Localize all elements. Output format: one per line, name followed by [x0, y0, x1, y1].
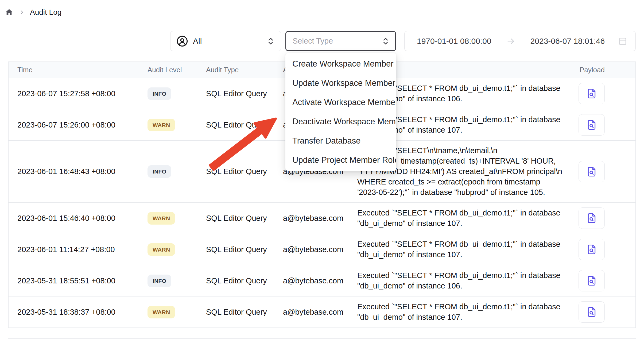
audit-log-page: Audit Log All Select Type 1970-01-01 08:… — [0, 0, 644, 339]
table-row: 2023-06-01 11:14:27 +08:00 WARN SQL Edit… — [9, 234, 635, 265]
audit-level-badge: INFO — [148, 87, 171, 100]
cell-time: 2023-06-01 15:46:40 +08:00 — [9, 214, 148, 223]
cell-time: 2023-06-01 11:14:27 +08:00 — [9, 245, 148, 254]
cell-payload — [571, 207, 635, 229]
dropdown-option-update-project-member[interactable]: Update Project Member Role — [285, 151, 396, 170]
cell-comment: Executed `"SELECT * FROM db_ui_demo.t1;"… — [357, 302, 571, 322]
chevrons-up-down-icon — [266, 37, 275, 45]
cell-audit-type: SQL Editor Query — [206, 276, 283, 285]
cell-audit-level: INFO — [148, 87, 206, 100]
view-payload-button[interactable] — [579, 83, 605, 104]
cell-payload — [571, 161, 635, 182]
cell-actor: a@bytebase.com — [283, 245, 357, 254]
cell-comment: Executed `"SELECT * FROM db_ui_demo.t1;"… — [357, 208, 571, 229]
cell-audit-type: SQL Editor Query — [206, 308, 283, 317]
cell-time: 2023-05-31 18:38:37 +08:00 — [9, 308, 148, 317]
type-dropdown-menu: Create Workspace Member Update Workspace… — [285, 53, 396, 171]
dropdown-option-deactivate-workspace-member[interactable]: Deactivate Workspace Member — [285, 112, 396, 131]
audit-level-badge: WARN — [148, 243, 175, 256]
breadcrumb: Audit Log — [5, 7, 61, 18]
dropdown-option-update-workspace-member[interactable]: Update Workspace Member Role — [285, 74, 396, 93]
cell-time: 2023-06-07 15:27:58 +08:00 — [9, 89, 148, 98]
cell-audit-type: SQL Editor Query — [206, 89, 283, 98]
dropdown-option-transfer-database[interactable]: Transfer Database — [285, 131, 396, 151]
table-row: 2023-05-31 18:38:37 +08:00 WARN SQL Edit… — [9, 296, 635, 328]
cell-payload — [571, 239, 635, 260]
cell-time: 2023-06-07 15:26:00 +08:00 — [9, 121, 148, 129]
arrow-right-icon — [506, 37, 515, 46]
file-search-icon — [586, 88, 598, 99]
view-payload-button[interactable] — [579, 114, 605, 136]
home-icon[interactable] — [5, 8, 13, 17]
table-row: 2023-06-01 15:46:40 +08:00 WARN SQL Edit… — [9, 203, 635, 234]
date-range-start[interactable]: 1970-01-01 08:00:00 — [417, 37, 491, 46]
view-payload-button[interactable] — [579, 239, 605, 260]
cell-audit-type: SQL Editor Query — [206, 214, 283, 223]
cell-audit-level: WARN — [148, 119, 206, 131]
cell-audit-level: WARN — [148, 243, 206, 256]
audit-level-badge: INFO — [148, 275, 171, 287]
cell-audit-level: WARN — [148, 306, 206, 318]
type-filter-select[interactable]: Select Type — [285, 31, 396, 51]
cell-audit-type: SQL Editor Query — [206, 245, 283, 254]
date-range-picker[interactable]: 1970-01-01 08:00:00 2023-06-07 18:01:46 — [404, 31, 636, 51]
cell-payload — [571, 83, 635, 104]
file-search-icon — [586, 212, 598, 224]
column-header-time: Time — [9, 66, 148, 74]
date-range-end[interactable]: 2023-06-07 18:01:46 — [530, 37, 605, 46]
cell-comment: Executed `"SELECT * FROM db_ui_demo.t1;"… — [357, 270, 571, 291]
file-search-icon — [586, 119, 598, 131]
dropdown-option-create-workspace-member[interactable]: Create Workspace Member — [285, 54, 396, 74]
cell-time: 2023-05-31 18:55:51 +08:00 — [9, 276, 148, 285]
cell-actor: a@bytebase.com — [283, 214, 357, 223]
dropdown-option-activate-workspace-member[interactable]: Activate Workspace Member — [285, 93, 396, 112]
cell-audit-type: SQL Editor Query — [206, 121, 283, 129]
cell-audit-level: INFO — [148, 165, 206, 178]
file-search-icon — [586, 244, 598, 255]
file-search-icon — [586, 166, 598, 178]
cell-payload — [571, 301, 635, 323]
cell-comment: Executed `"SELECT * FROM db_ui_demo.t1;"… — [357, 239, 571, 260]
file-search-icon — [586, 306, 598, 318]
cell-actor: a@bytebase.com — [283, 308, 357, 317]
cell-audit-level: INFO — [148, 275, 206, 287]
audit-level-badge: INFO — [148, 165, 171, 178]
breadcrumb-chevron-icon — [19, 9, 25, 16]
cell-payload — [571, 270, 635, 291]
audit-level-badge: WARN — [148, 212, 175, 225]
column-header-audit-level: Audit Level — [148, 66, 206, 74]
page-title: Audit Log — [30, 8, 61, 17]
cell-actor: a@bytebase.com — [283, 276, 357, 285]
type-filter-placeholder: Select Type — [293, 37, 333, 45]
calendar-icon — [618, 36, 627, 46]
column-header-payload: Payload — [571, 66, 635, 74]
cell-audit-level: WARN — [148, 212, 206, 225]
table-row: 2023-05-31 18:55:51 +08:00 INFO SQL Edit… — [9, 265, 635, 296]
chevrons-up-down-icon — [381, 37, 390, 45]
cell-time: 2023-06-01 16:48:43 +08:00 — [9, 167, 148, 176]
cell-audit-type: SQL Editor Query — [206, 167, 283, 176]
actor-filter-select[interactable]: All — [170, 31, 281, 51]
audit-level-badge: WARN — [148, 306, 175, 318]
view-payload-button[interactable] — [579, 301, 605, 323]
view-payload-button[interactable] — [579, 270, 605, 291]
actor-filter-value: All — [193, 37, 202, 46]
view-payload-button[interactable] — [579, 207, 605, 229]
column-header-audit-type: Audit Type — [206, 66, 283, 74]
view-payload-button[interactable] — [579, 161, 605, 182]
file-search-icon — [586, 275, 598, 287]
user-circle-icon — [176, 35, 188, 47]
cell-payload — [571, 114, 635, 136]
audit-level-badge: WARN — [148, 119, 175, 131]
